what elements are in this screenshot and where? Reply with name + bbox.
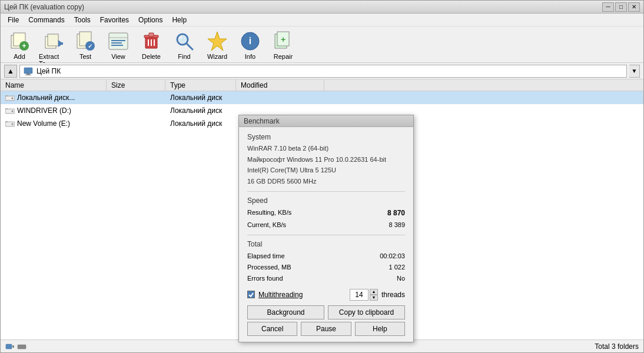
total-section: Total Elapsed time 00:02:03 Processed, M… (247, 240, 405, 284)
menu-help[interactable]: Help (167, 15, 191, 25)
svg-rect-50 (18, 345, 26, 349)
svg-rect-34 (26, 74, 30, 75)
svg-rect-39 (5, 95, 8, 96)
drive-icon (5, 106, 15, 115)
svg-point-38 (12, 98, 14, 99)
system-info-1: Майкрософт Windows 11 Pro 10.0.22631 64-… (247, 155, 405, 165)
svg-rect-7 (58, 42, 63, 45)
menu-tools[interactable]: Tools (69, 15, 95, 25)
address-bar: ▲ Цей ПК ▼ (1, 63, 643, 79)
wizard-icon (207, 31, 228, 52)
address-dropdown-button[interactable]: ▼ (629, 65, 640, 78)
menu-favorites[interactable]: Favorites (95, 15, 134, 25)
threads-label: threads (381, 291, 405, 299)
find-icon (174, 31, 195, 52)
dialog-title: Benchmark (239, 115, 413, 127)
find-button[interactable]: Find (169, 29, 200, 61)
col-header-size[interactable]: Size (107, 79, 165, 91)
svg-text:+: + (22, 42, 26, 50)
threads-input[interactable]: 14 (350, 289, 369, 301)
divider2 (247, 235, 405, 235)
extract-to-button[interactable]: Extract To (37, 29, 68, 61)
delete-icon (141, 31, 162, 52)
divider1 (247, 191, 405, 192)
network-icon (5, 342, 15, 351)
menu-file[interactable]: File (3, 15, 24, 25)
nav-up-button[interactable]: ▲ (4, 65, 17, 78)
system-label: System (247, 133, 405, 141)
help-button[interactable]: Help (355, 322, 405, 336)
view-icon (108, 31, 129, 52)
svg-point-46 (12, 124, 14, 125)
repair-icon: + (273, 31, 294, 52)
svg-rect-43 (5, 108, 8, 109)
total-row-processed: Processed, MB 1 022 (247, 262, 405, 273)
svg-rect-35 (25, 75, 31, 75)
file-row[interactable]: Локальний диск... Локальний диск (1, 91, 643, 104)
file-cell-name: WINDRIVER (D:) (1, 106, 107, 115)
speed-section: Speed Resulting, KB/s 8 870 Current, KB/… (247, 197, 405, 230)
test-icon: ✓ (75, 31, 96, 52)
test-button[interactable]: ✓ Test (70, 29, 101, 61)
svg-point-42 (12, 111, 14, 112)
delete-button[interactable]: Delete (136, 29, 167, 61)
minimize-button[interactable]: ─ (602, 2, 614, 12)
threads-down-button[interactable]: ▼ (370, 295, 378, 301)
info-button[interactable]: i Info (235, 29, 265, 61)
total-row-elapsed: Elapsed time 00:02:03 (247, 251, 405, 262)
dialog-body: System WinRAR 7.10 beta 2 (64-bit) Майкр… (239, 127, 413, 342)
multithreading-checkbox[interactable] (247, 291, 255, 298)
svg-rect-47 (5, 121, 8, 122)
repair-button[interactable]: + Repair (268, 29, 298, 61)
file-cell-type: Локальний диск (165, 106, 236, 115)
wizard-label: Wizard (207, 53, 227, 60)
col-header-modified[interactable]: Modified (236, 79, 324, 91)
svg-rect-15 (111, 42, 122, 44)
svg-text:i: i (249, 36, 251, 46)
address-text: Цей ПК (36, 67, 61, 75)
maximize-button[interactable]: □ (615, 2, 627, 12)
status-icon2 (17, 342, 26, 351)
system-info-2: Intel(R) Core(TM) Ultra 5 125U (247, 165, 405, 176)
benchmark-dialog: Benchmark System WinRAR 7.10 beta 2 (64-… (238, 115, 414, 342)
column-header: Name Size Type Modified (1, 79, 643, 91)
file-cell-name: Локальний диск... (1, 94, 107, 102)
toolbar: + Add Extract To (1, 26, 643, 63)
copy-to-clipboard-button[interactable]: Copy to clipboard (328, 305, 405, 319)
svg-line-24 (187, 44, 192, 49)
menu-options[interactable]: Options (134, 15, 167, 25)
cancel-button[interactable]: Cancel (247, 322, 297, 336)
find-label: Find (178, 53, 190, 60)
add-button[interactable]: + Add (4, 29, 35, 61)
total-row-errors: Errors found No (247, 273, 405, 284)
background-button[interactable]: Background (247, 305, 324, 319)
threads-up-button[interactable]: ▲ (370, 289, 378, 295)
window-controls: ─ □ ✕ (602, 2, 640, 12)
window-title: Цей ПК (evaluation copy) (4, 3, 84, 11)
view-button[interactable]: View (103, 29, 134, 61)
svg-rect-33 (24, 68, 32, 74)
multithreading-label[interactable]: Multithreading (258, 291, 303, 299)
svg-marker-27 (208, 32, 227, 51)
info-label: Info (245, 53, 255, 60)
col-header-type[interactable]: Type (165, 79, 236, 91)
drive-icon (5, 94, 15, 102)
menu-commands[interactable]: Commands (24, 15, 69, 25)
speed-row-current: Current, KB/s 8 389 (247, 219, 405, 231)
col-header-name[interactable]: Name (1, 79, 107, 91)
computer-icon (24, 66, 33, 76)
svg-rect-5 (48, 34, 58, 46)
file-cell-type: Локальний диск (165, 94, 236, 102)
wizard-button[interactable]: Wizard (202, 29, 233, 61)
pause-button[interactable]: Pause (301, 322, 351, 336)
extract-to-icon (42, 31, 63, 52)
dialog-buttons-row1: Background Copy to clipboard (247, 305, 405, 319)
drive-icon (5, 119, 15, 128)
speed-row-resulting: Resulting, KB/s 8 870 (247, 207, 405, 219)
address-input[interactable]: Цей ПК (19, 65, 627, 78)
status-icons (5, 342, 26, 351)
file-cell-type: Локальний диск (165, 119, 236, 128)
svg-rect-48 (6, 344, 12, 349)
threads-spinner: ▲ ▼ (370, 289, 378, 301)
close-button[interactable]: ✕ (628, 2, 640, 12)
